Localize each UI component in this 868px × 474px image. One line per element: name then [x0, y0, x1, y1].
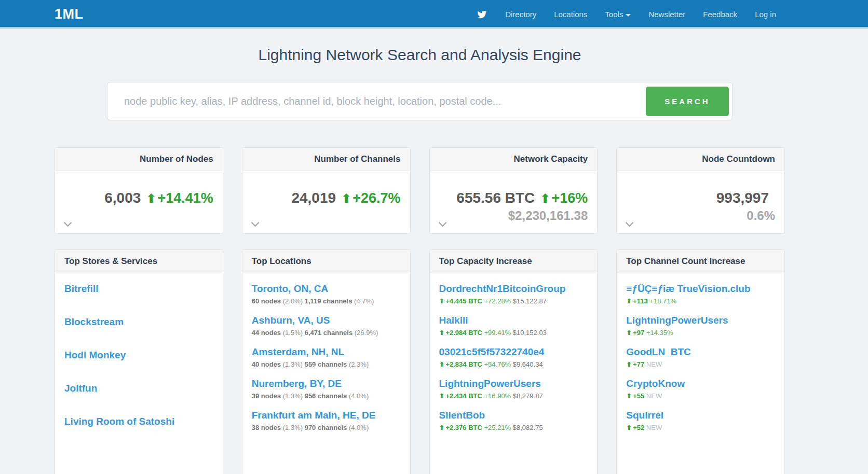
stat-value: 24,019 — [291, 190, 336, 206]
list-item: LightningPowerUsers ⬆+97 +14.35% — [626, 314, 775, 338]
card-title: Top Capacity Increase — [430, 250, 598, 273]
channel-stats: ⬆+113 +18.71% — [626, 296, 775, 306]
up-arrow-icon: ⬆ — [439, 360, 445, 368]
up-arrow-icon: ⬆ — [626, 360, 632, 368]
location-link[interactable]: Nuremberg, BY, DE — [252, 378, 342, 390]
card-top-stores: Top Stores & Services Bitrefill Blockstr… — [55, 249, 223, 474]
list-item: DordrechtNr1BitcoinGroup ⬆+4.445 BTC +72… — [439, 283, 588, 306]
list-item: Haikili ⬆+2.984 BTC +99.41% $10,152.03 — [439, 314, 588, 338]
search-button[interactable]: SEARCH — [646, 87, 729, 116]
nav-links: Directory Locations Tools Newsletter Fee… — [468, 10, 785, 19]
location-link[interactable]: Toronto, ON, CA — [252, 283, 328, 295]
card-title: Top Stores & Services — [55, 250, 223, 273]
twitter-icon — [477, 10, 487, 19]
capacity-stats: ⬆+4.445 BTC +72.28% $15,122.87 — [439, 296, 588, 306]
stat-secondary: 0.6% — [626, 208, 775, 223]
list-item: Nuremberg, BY, DE 39 nodes (1.3%) 956 ch… — [252, 378, 401, 401]
location-stats: 44 nodes (1.5%) 6,471 channels (26.9%) — [252, 328, 401, 338]
nav-item-locations[interactable]: Locations — [545, 10, 596, 19]
chevron-down-icon[interactable] — [64, 221, 70, 227]
list-item: Ashburn, VA, US 44 nodes (1.5%) 6,471 ch… — [252, 314, 401, 338]
stat-cards-row: Number of Nodes 6,003⬆+14.41% Number of … — [55, 147, 785, 234]
list-item: Amsterdam, NH, NL 40 nodes (1.3%) 559 ch… — [252, 346, 401, 370]
list-item: SilentBob ⬆+2.376 BTC +25.21% $8,082.75 — [439, 409, 588, 433]
stat-card-title: Node Countdown — [617, 148, 784, 171]
up-arrow-icon: ⬆ — [626, 329, 632, 337]
list-item: Toronto, ON, CA 60 nodes (2.0%) 1,119 ch… — [252, 283, 401, 306]
page-title: Lightning Network Search and Analysis En… — [55, 46, 785, 64]
up-arrow-icon: ⬆ — [439, 297, 445, 305]
stat-card-title: Network Capacity — [430, 148, 598, 171]
list-item: Blockstream — [64, 316, 213, 328]
stat-value: 655.56 BTC — [456, 190, 535, 206]
node-link[interactable]: DordrechtNr1BitcoinGroup — [439, 283, 566, 295]
list-cards-row: Top Stores & Services Bitrefill Blockstr… — [55, 249, 785, 474]
capacity-stats: ⬆+2.376 BTC +25.21% $8,082.75 — [439, 423, 588, 433]
up-arrow-icon: ⬆ — [341, 191, 351, 206]
capacity-stats: ⬆+2.434 BTC +16.90% $8,279.87 — [439, 391, 588, 401]
stat-card-node-countdown: Node Countdown 993,997 0.6% — [616, 147, 785, 234]
list-item: Squirrel ⬆+52 NEW — [626, 409, 775, 433]
store-link[interactable]: Bitrefill — [64, 283, 98, 295]
stat-card-number-of-channels: Number of Channels 24,019⬆+26.7% — [242, 147, 411, 234]
up-arrow-icon: ⬆ — [439, 424, 445, 431]
node-link[interactable]: LightningPowerUsers — [626, 314, 728, 327]
location-link[interactable]: Ashburn, VA, US — [252, 314, 330, 327]
stat-card-network-capacity: Network Capacity 655.56 BTC⬆+16% $2,230,… — [429, 147, 598, 234]
store-link[interactable]: Joltfun — [64, 382, 97, 395]
nav-item-newsletter[interactable]: Newsletter — [640, 10, 694, 19]
list-item: Hodl Monkey — [64, 349, 213, 361]
location-link[interactable]: Frankfurt am Main, HE, DE — [252, 409, 376, 422]
channel-stats: ⬆+52 NEW — [626, 423, 775, 433]
channel-stats: ⬆+55 NEW — [626, 391, 775, 401]
store-link[interactable]: Hodl Monkey — [64, 349, 126, 361]
location-stats: 38 nodes (1.3%) 970 channels (4.0%) — [252, 423, 401, 433]
nav-item-tools[interactable]: Tools — [596, 10, 640, 19]
brand-logo[interactable]: 1ML — [55, 6, 84, 22]
caret-down-icon — [626, 14, 631, 17]
stat-change: +26.7% — [352, 190, 400, 206]
stat-change: +14.41% — [157, 190, 213, 206]
nav-item-directory[interactable]: Directory — [496, 10, 545, 19]
capacity-stats: ⬆+2.984 BTC +99.41% $10,152.03 — [439, 328, 588, 338]
list-item: Joltfun — [64, 382, 213, 395]
search-bar: SEARCH — [107, 82, 733, 120]
store-link[interactable]: Living Room of Satoshi — [64, 415, 174, 428]
card-top-channel-count-increase: Top Channel Count Increase ≡ƒÜÇ≡ƒîæ True… — [616, 249, 785, 474]
list-item: Bitrefill — [64, 283, 213, 295]
twitter-link[interactable] — [468, 10, 496, 19]
up-arrow-icon: ⬆ — [626, 424, 632, 431]
capacity-stats: ⬆+2.834 BTC +54.76% $9,640.34 — [439, 359, 588, 370]
card-title: Top Locations — [242, 250, 410, 273]
store-link[interactable]: Blockstream — [64, 316, 124, 328]
nav-item-tools-label: Tools — [605, 10, 623, 19]
node-link[interactable]: ≡ƒÜÇ≡ƒîæ TrueVision.club — [626, 283, 750, 295]
location-link[interactable]: Amsterdam, NH, NL — [252, 346, 344, 358]
list-item: LightningPowerUsers ⬆+2.434 BTC +16.90% … — [439, 378, 588, 401]
node-link[interactable]: SilentBob — [439, 409, 485, 422]
stat-card-title: Number of Channels — [242, 148, 410, 171]
search-input[interactable] — [107, 82, 646, 120]
chevron-down-icon[interactable] — [626, 221, 631, 227]
node-link[interactable]: CryptoKnow — [626, 378, 685, 390]
list-item: ≡ƒÜÇ≡ƒîæ TrueVision.club ⬆+113 +18.71% — [626, 283, 775, 306]
node-link[interactable]: Haikili — [439, 314, 468, 327]
nav-item-login[interactable]: Log in — [746, 10, 785, 19]
node-link[interactable]: LightningPowerUsers — [439, 378, 541, 390]
up-arrow-icon: ⬆ — [146, 191, 156, 206]
up-arrow-icon: ⬆ — [626, 392, 632, 400]
channel-stats: ⬆+77 NEW — [626, 359, 775, 370]
location-stats: 39 nodes (1.3%) 956 channels (4.0%) — [252, 391, 401, 401]
stat-value: 993,997 — [716, 190, 769, 206]
chevron-down-icon[interactable] — [439, 221, 444, 227]
nav-item-feedback[interactable]: Feedback — [694, 10, 746, 19]
list-item: Frankfurt am Main, HE, DE 38 nodes (1.3%… — [252, 409, 401, 433]
location-stats: 40 nodes (1.3%) 559 channels (2.3%) — [252, 359, 401, 370]
chevron-down-icon[interactable] — [251, 221, 257, 227]
node-link[interactable]: 03021c5f5f57322740e4 — [439, 346, 545, 358]
node-link[interactable]: GoodLN_BTC — [626, 346, 691, 358]
card-top-capacity-increase: Top Capacity Increase DordrechtNr1Bitcoi… — [429, 249, 598, 474]
up-arrow-icon: ⬆ — [439, 329, 445, 337]
navbar: 1ML Directory Locations Tools Newsletter… — [0, 0, 868, 29]
node-link[interactable]: Squirrel — [626, 409, 663, 422]
